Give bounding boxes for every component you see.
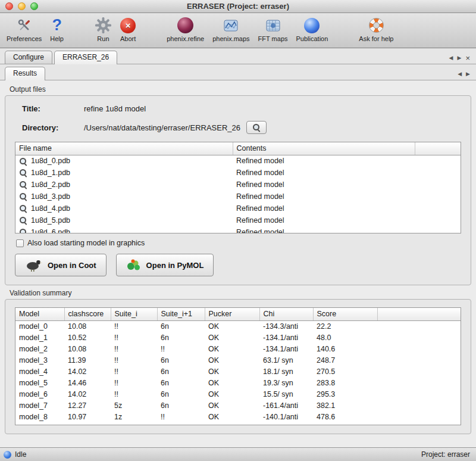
table-cell: model_3 xyxy=(15,354,64,366)
tab-nav: ◀ ▶ × xyxy=(449,55,470,64)
toolbar-label-abort: Abort xyxy=(120,35,136,43)
directory-field-label: Directory: xyxy=(22,123,84,132)
table-cell: model_5 xyxy=(15,377,64,388)
table-row[interactable]: 1u8d_4.pdbRefined model xyxy=(15,203,461,214)
table-row[interactable]: model_110.52!!6nOK-134.1/anti48.0 xyxy=(15,332,461,343)
table-row[interactable]: model_311.39!!6nOK63.1/ syn248.7 xyxy=(15,354,461,366)
column-header[interactable]: File name xyxy=(15,142,233,155)
table-row[interactable]: 1u8d_6.pdbRefined model xyxy=(15,226,461,233)
phenix-maps-icon xyxy=(224,15,238,35)
table-cell: start_min xyxy=(15,422,64,425)
table-cell: Refined model xyxy=(233,203,415,214)
table-row[interactable]: 1u8d_0.pdbRefined model xyxy=(15,155,461,167)
table-cell: 10.08 xyxy=(64,343,111,354)
pymol-button-label: Open in PyMOL xyxy=(146,261,204,270)
sub-tab-nav: ◀ ▶ xyxy=(458,71,470,80)
table-cell: OK xyxy=(205,411,259,422)
tab-erraser-26[interactable]: ERRASER_26 xyxy=(54,51,117,64)
table-row[interactable]: 1u8d_5.pdbRefined model xyxy=(15,214,461,226)
checkbox-box[interactable] xyxy=(16,239,24,247)
table-row[interactable]: model_210.08!!!!OK-134.1/anti140.6 xyxy=(15,343,461,354)
table-cell: 19.3/ syn xyxy=(259,377,313,388)
zoom-button[interactable] xyxy=(30,2,38,10)
table-row[interactable]: start_min10.08!!6nOK-134.3/anti0.0 xyxy=(15,422,461,425)
table-row[interactable]: model_712.275z6nOK-161.4/anti382.1 xyxy=(15,400,461,411)
tab-configure[interactable]: Configure xyxy=(5,51,52,64)
search-icon xyxy=(252,123,261,132)
open-in-pymol-button[interactable]: Open in PyMOL xyxy=(116,254,214,276)
column-header[interactable]: clashscore xyxy=(64,308,111,320)
table-cell: model_6 xyxy=(15,388,64,400)
table-cell: 6n xyxy=(157,388,205,400)
toolbar-phenix-refine-button[interactable]: phenix.refine xyxy=(162,15,208,43)
toolbar-abort-button[interactable]: Abort xyxy=(116,15,140,43)
table-cell: -161.4/anti xyxy=(259,400,313,411)
close-button[interactable] xyxy=(5,2,13,10)
toolbar-fft-maps-button[interactable]: FFT maps xyxy=(254,15,292,43)
toolbar-run-button[interactable]: Run xyxy=(90,15,116,43)
sub-tab-scroll-right-icon[interactable]: ▶ xyxy=(466,71,470,77)
table-cell: !! xyxy=(111,320,157,332)
column-header[interactable]: Model xyxy=(15,308,64,320)
table-row[interactable]: model_010.08!!6nOK-134.3/anti22.2 xyxy=(15,320,461,332)
table-row[interactable]: model_514.46!!6nOK19.3/ syn283.8 xyxy=(15,377,461,388)
output-files-group-label: Output files xyxy=(10,85,471,94)
table-cell: 6n xyxy=(157,332,205,343)
table-cell: OK xyxy=(205,354,259,366)
minimize-button[interactable] xyxy=(18,2,26,10)
tab-close-icon[interactable]: × xyxy=(465,55,470,61)
tab-scroll-right-icon[interactable]: ▶ xyxy=(457,55,461,61)
table-row[interactable]: 1u8d_1.pdbRefined model xyxy=(15,167,461,179)
column-header[interactable]: Suite_i+1 xyxy=(157,308,205,320)
toolbar-phenix-maps-button[interactable]: phenix.maps xyxy=(208,15,253,43)
load-starting-model-checkbox[interactable]: Also load starting model in graphics xyxy=(16,239,461,247)
table-cell: Refined model xyxy=(233,167,415,179)
column-header[interactable]: Score xyxy=(313,308,377,320)
toolbar-publication-button[interactable]: Publication xyxy=(292,15,333,43)
toolbar-label-phenix-refine: phenix.refine xyxy=(167,35,204,43)
table-cell: model_2 xyxy=(15,343,64,354)
table-row[interactable]: model_810.971z!!OK-140.1/anti478.6 xyxy=(15,411,461,422)
open-in-coot-button[interactable]: Open in Coot xyxy=(15,254,107,276)
search-icon xyxy=(19,169,27,177)
sub-tab-scroll-left-icon[interactable]: ◀ xyxy=(458,71,462,77)
titlebar[interactable]: ERRASER (Project: erraser) xyxy=(0,0,476,13)
tab-results[interactable]: Results xyxy=(5,67,45,80)
table-cell xyxy=(377,388,461,400)
table-cell xyxy=(415,167,461,179)
toolbar-ask-for-help-button[interactable]: Ask for help xyxy=(355,15,397,43)
column-header[interactable]: Pucker xyxy=(205,308,259,320)
status-text: Idle xyxy=(15,450,26,459)
table-cell: OK xyxy=(205,400,259,411)
table-row[interactable]: 1u8d_3.pdbRefined model xyxy=(15,191,461,203)
table-cell xyxy=(377,343,461,354)
main-tab-bar: Configure ERRASER_26 ◀ ▶ × xyxy=(0,48,476,64)
table-cell: 478.6 xyxy=(313,411,377,422)
browse-directory-button[interactable] xyxy=(246,121,267,134)
table-cell: 382.1 xyxy=(313,400,377,411)
toolbar-help-button[interactable]: Help xyxy=(46,15,68,43)
table-row[interactable]: model_614.02!!6nOK15.5/ syn295.3 xyxy=(15,388,461,400)
validation-summary-group-body: ModelclashscoreSuite_iSuite_i+1PuckerChi… xyxy=(5,299,471,434)
column-header[interactable]: Contents xyxy=(233,142,415,155)
tab-scroll-left-icon[interactable]: ◀ xyxy=(449,55,453,61)
column-header[interactable]: Chi xyxy=(259,308,313,320)
toolbar: Preferences Help Run xyxy=(0,13,476,48)
coot-button-label: Open in Coot xyxy=(48,261,96,270)
table-cell: OK xyxy=(205,332,259,343)
toolbar-label-publication: Publication xyxy=(296,35,328,43)
table-cell: 15.5/ syn xyxy=(259,388,313,400)
preferences-icon xyxy=(16,15,33,35)
table-cell: Refined model xyxy=(233,155,415,167)
table-cell: !! xyxy=(111,332,157,343)
column-header[interactable] xyxy=(415,142,461,155)
output-files-group: Output files Title: refine 1u8d model Di… xyxy=(5,85,471,285)
column-header[interactable] xyxy=(377,308,461,320)
window-title: ERRASER (Project: erraser) xyxy=(187,2,289,11)
table-cell: 5z xyxy=(111,400,157,411)
table-row[interactable]: model_414.02!!6nOK18.1/ syn270.5 xyxy=(15,366,461,377)
table-cell: 6n xyxy=(157,400,205,411)
toolbar-preferences-button[interactable]: Preferences xyxy=(2,15,46,43)
table-row[interactable]: 1u8d_2.pdbRefined model xyxy=(15,179,461,191)
column-header[interactable]: Suite_i xyxy=(111,308,157,320)
